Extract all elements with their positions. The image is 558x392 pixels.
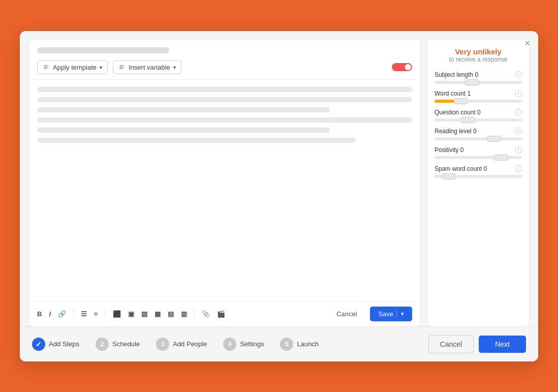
image-icon[interactable]: 🎬 bbox=[217, 310, 225, 318]
step-item-2[interactable]: 2 Schedule bbox=[96, 338, 140, 351]
stat-subject-track bbox=[435, 81, 522, 84]
stat-reading-track bbox=[435, 137, 522, 140]
stat-question-info[interactable]: i bbox=[515, 109, 522, 116]
align-center-icon[interactable]: ▣ bbox=[128, 310, 134, 318]
number-list-icon[interactable]: ≡ bbox=[94, 310, 98, 318]
bottom-bar: ✓ Add Steps 2 Schedule 3 Add People 4 Se… bbox=[20, 326, 538, 361]
editor-panel: Apply template ▾ Insert variable ▾ bbox=[29, 40, 420, 326]
stat-reading-label-row: Reading level 0 i bbox=[435, 128, 522, 135]
close-button[interactable]: × bbox=[524, 38, 530, 49]
stat-word-label: Word count 1 bbox=[435, 90, 471, 97]
stat-reading-level: Reading level 0 i bbox=[435, 128, 522, 140]
step-item-5[interactable]: 5 Launch bbox=[280, 338, 319, 351]
stat-reading-info[interactable]: i bbox=[515, 128, 522, 135]
steps-nav: ✓ Add Steps 2 Schedule 3 Add People 4 Se… bbox=[32, 338, 428, 351]
bold-icon[interactable]: B bbox=[37, 310, 42, 318]
bullet-list-icon[interactable]: ☰ bbox=[81, 310, 87, 318]
text-line-6 bbox=[37, 138, 356, 143]
stat-spam-label: Spam word count 0 bbox=[435, 165, 487, 172]
save-button[interactable]: Save ▾ bbox=[370, 307, 412, 321]
step-label-1: Add Steps bbox=[49, 340, 79, 348]
stats-panel: Very unlikely to receive a response Subj… bbox=[427, 40, 529, 326]
fmt-sep-2 bbox=[105, 310, 106, 318]
content-area: Apply template ▾ Insert variable ▾ bbox=[20, 31, 538, 326]
step-label-2: Schedule bbox=[112, 340, 140, 348]
text-line-3 bbox=[37, 107, 330, 112]
stat-spam-info[interactable]: i bbox=[515, 165, 522, 172]
step-item-4[interactable]: 4 Settings bbox=[223, 338, 264, 351]
toggle-switch[interactable] bbox=[392, 63, 412, 71]
stat-subject-info[interactable]: i bbox=[515, 71, 522, 78]
step-label-4: Settings bbox=[240, 340, 264, 348]
insert-variable-label: Insert variable bbox=[129, 64, 170, 71]
text-line-1 bbox=[37, 87, 412, 92]
cancel-button[interactable]: Cancel bbox=[330, 307, 363, 321]
bottom-cancel-button[interactable]: Cancel bbox=[428, 335, 474, 353]
stat-positivity-thumb bbox=[494, 155, 508, 161]
stat-word-count: Word count 1 i bbox=[435, 90, 522, 103]
stat-subject-length: Subject length 0 i bbox=[435, 71, 522, 84]
fmt-sep-3 bbox=[194, 310, 195, 318]
stat-positivity-label: Positivity 0 bbox=[435, 146, 463, 154]
indent-icon[interactable]: ▦ bbox=[154, 310, 161, 318]
step-circle-4: 4 bbox=[223, 338, 236, 351]
fmt-sep-1 bbox=[73, 310, 74, 318]
stats-header: Very unlikely to receive a response bbox=[435, 47, 522, 63]
text-line-4 bbox=[37, 117, 412, 123]
text-line-5 bbox=[37, 128, 330, 133]
editor-footer: B I 🔗 ☰ ≡ ⬛ ▣ ▧ ▦ ▤ ▥ 📎 🎬 Cancel Save bbox=[29, 301, 420, 326]
insert-variable-button[interactable]: Insert variable ▾ bbox=[113, 61, 181, 74]
step-circle-1: ✓ bbox=[32, 338, 45, 351]
editor-toolbar-row: Apply template ▾ Insert variable ▾ bbox=[37, 61, 412, 74]
align-left-icon[interactable]: ⬛ bbox=[113, 310, 121, 318]
stat-reading-thumb bbox=[487, 136, 501, 142]
outdent-icon[interactable]: ▤ bbox=[168, 310, 174, 318]
italic-icon[interactable]: I bbox=[49, 310, 51, 318]
step-item-3[interactable]: 3 Add People bbox=[156, 338, 207, 351]
stat-reading-label: Reading level 0 bbox=[435, 128, 477, 135]
bottom-next-button[interactable]: Next bbox=[479, 336, 526, 353]
stats-subtitle: to receive a response bbox=[435, 56, 522, 63]
stat-subject-label-row: Subject length 0 i bbox=[435, 71, 522, 78]
stat-positivity-label-row: Positivity 0 i bbox=[435, 146, 522, 154]
stat-question-label: Question count 0 bbox=[435, 109, 481, 116]
insert-variable-chevron: ▾ bbox=[173, 65, 176, 70]
text-line-2 bbox=[37, 97, 412, 102]
apply-template-label: Apply template bbox=[53, 64, 97, 71]
stat-question-label-row: Question count 0 i bbox=[435, 109, 522, 116]
stat-word-info[interactable]: i bbox=[515, 90, 522, 97]
attachment-icon[interactable]: 📎 bbox=[202, 310, 210, 318]
step-circle-2: 2 bbox=[96, 338, 109, 351]
align-right-icon[interactable]: ▧ bbox=[141, 310, 147, 318]
step-item-1[interactable]: ✓ Add Steps bbox=[32, 338, 79, 351]
apply-template-button[interactable]: Apply template ▾ bbox=[37, 61, 108, 74]
stat-subject-label: Subject length 0 bbox=[435, 71, 478, 78]
save-dropdown-arrow[interactable]: ▾ bbox=[396, 311, 404, 317]
editor-body[interactable] bbox=[29, 80, 420, 301]
main-card: × Apply template ▾ Insert variable ▾ bbox=[20, 31, 538, 361]
stat-spam-label-row: Spam word count 0 i bbox=[435, 165, 522, 172]
stat-word-track bbox=[435, 100, 522, 103]
step-label-3: Add People bbox=[173, 340, 207, 348]
editor-header: Apply template ▾ Insert variable ▾ bbox=[29, 40, 420, 80]
bottom-actions: Cancel Next bbox=[428, 335, 526, 353]
template-icon bbox=[43, 64, 50, 71]
stat-question-count: Question count 0 i bbox=[435, 109, 522, 122]
link-icon[interactable]: 🔗 bbox=[58, 310, 66, 318]
stat-word-thumb bbox=[454, 98, 468, 104]
stats-title: Very unlikely bbox=[435, 47, 522, 56]
save-label: Save bbox=[378, 310, 393, 318]
stat-subject-thumb bbox=[465, 79, 479, 85]
stat-spam-count: Spam word count 0 i bbox=[435, 165, 522, 178]
stat-positivity: Positivity 0 i bbox=[435, 146, 522, 159]
stat-spam-thumb bbox=[442, 173, 456, 179]
stat-word-label-row: Word count 1 i bbox=[435, 90, 522, 97]
stat-question-thumb bbox=[461, 117, 475, 123]
stat-spam-track bbox=[435, 175, 522, 178]
stat-positivity-info[interactable]: i bbox=[515, 146, 522, 154]
step-circle-5: 5 bbox=[280, 338, 293, 351]
apply-template-chevron: ▾ bbox=[100, 65, 102, 70]
stat-question-track bbox=[435, 118, 522, 122]
variable-icon bbox=[118, 64, 126, 71]
more-icon[interactable]: ▥ bbox=[181, 310, 187, 318]
